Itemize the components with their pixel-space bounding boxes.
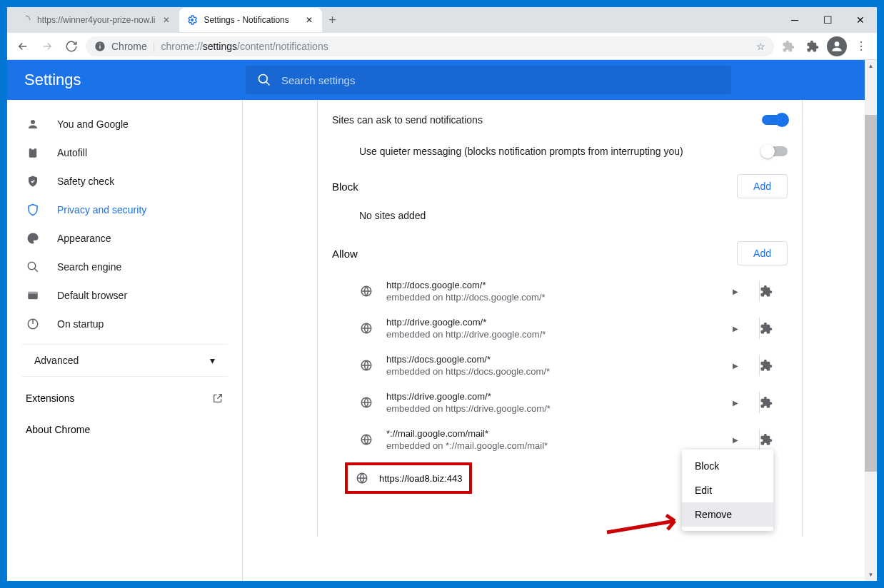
- site-text: http://drive.google.com/*embedded on htt…: [386, 317, 712, 340]
- extension-icon[interactable]: [759, 392, 788, 413]
- sidebar-item-you-and-google[interactable]: You and Google: [13, 110, 236, 138]
- tab-1[interactable]: Settings - Notifications ✕: [179, 8, 322, 32]
- site-text: https://drive.google.com/*embedded on ht…: [386, 391, 712, 414]
- close-icon[interactable]: ✕: [161, 14, 172, 26]
- svg-point-0: [191, 19, 194, 21]
- chevron-right-icon[interactable]: ▶: [725, 362, 746, 370]
- settings-panel: Sites can ask to send notifications Use …: [243, 100, 877, 581]
- add-block-button[interactable]: Add: [737, 174, 788, 198]
- sidebar-item-safety-check[interactable]: Safety check: [13, 167, 236, 196]
- bookmark-icon[interactable]: ☆: [756, 41, 765, 52]
- context-menu: Block Edit Remove: [682, 450, 773, 531]
- globe-icon: [359, 321, 373, 335]
- minimize-button[interactable]: ─: [778, 7, 811, 33]
- svg-rect-11: [28, 292, 38, 294]
- person-icon: [26, 118, 40, 131]
- tab-strip: https://winner4your-prize-now.li ✕ Setti…: [7, 7, 877, 33]
- sidebar-item-privacy[interactable]: Privacy and security: [13, 196, 236, 224]
- sidebar-label: Autofill: [57, 147, 87, 158]
- url-post: /content/notifications: [237, 41, 328, 52]
- omnibox[interactable]: Chrome | chrome://settings/content/notif…: [86, 36, 774, 56]
- extension-icon[interactable]: [759, 280, 788, 302]
- allow-section: Allow Add: [318, 234, 802, 273]
- site-embedded: embedded on https://drive.google.com/*: [386, 403, 712, 414]
- back-button[interactable]: [13, 36, 33, 56]
- loading-icon: [20, 14, 31, 26]
- extensions-icon[interactable]: [803, 36, 823, 56]
- sidebar-item-autofill[interactable]: Autofill: [13, 138, 236, 167]
- quiet-label: Use quieter messaging (blocks notificati…: [359, 146, 762, 157]
- quiet-messaging-row: Use quieter messaging (blocks notificati…: [318, 136, 802, 167]
- extensions-puzzle-icon[interactable]: [778, 36, 798, 56]
- forward-button[interactable]: [37, 36, 57, 56]
- svg-rect-2: [99, 45, 100, 49]
- search-input[interactable]: [281, 74, 720, 86]
- sidebar-item-search-engine[interactable]: Search engine: [13, 253, 236, 281]
- sites-ask-toggle[interactable]: [762, 115, 788, 125]
- block-empty: No sites added: [318, 206, 802, 234]
- sidebar-item-on-startup[interactable]: On startup: [13, 310, 236, 338]
- sidebar-label: Privacy and security: [57, 204, 146, 216]
- clipboard-icon: [26, 146, 40, 159]
- svg-point-6: [31, 120, 35, 124]
- new-tab-button[interactable]: +: [322, 10, 342, 30]
- page-title: Settings: [24, 71, 246, 89]
- profile-avatar[interactable]: [827, 36, 847, 56]
- sidebar: You and Google Autofill Safety check Pri…: [7, 100, 243, 581]
- site-row: https://drive.google.com/*embedded on ht…: [318, 384, 802, 421]
- settings-icon: [186, 14, 198, 26]
- extension-icon[interactable]: [759, 355, 788, 376]
- site-info-icon[interactable]: [94, 41, 106, 52]
- about-label: About Chrome: [26, 424, 90, 435]
- scrollbar-thumb[interactable]: [865, 115, 877, 472]
- browser-icon: [26, 289, 40, 302]
- scroll-down-icon[interactable]: ▼: [865, 569, 877, 581]
- menu-button[interactable]: ⋮: [851, 36, 871, 56]
- vertical-scrollbar[interactable]: ▲ ▼: [865, 60, 877, 581]
- close-icon[interactable]: ✕: [303, 14, 315, 26]
- tab-title: https://winner4your-prize-now.li: [37, 15, 155, 25]
- sidebar-label: Safety check: [57, 176, 114, 187]
- close-window-button[interactable]: ✕: [844, 7, 877, 33]
- shield-icon: [26, 203, 40, 216]
- sidebar-item-appearance[interactable]: Appearance: [13, 224, 236, 253]
- add-allow-button[interactable]: Add: [737, 241, 788, 265]
- globe-icon: [359, 395, 373, 410]
- sidebar-item-default-browser[interactable]: Default browser: [13, 281, 236, 310]
- site-embedded: embedded on *://mail.google.com/mail*: [386, 440, 712, 451]
- main: You and Google Autofill Safety check Pri…: [7, 100, 877, 581]
- ctx-remove[interactable]: Remove: [682, 502, 773, 527]
- sidebar-about[interactable]: About Chrome: [13, 414, 236, 445]
- reload-button[interactable]: [61, 36, 81, 56]
- notifications-card: Sites can ask to send notifications Use …: [317, 100, 803, 537]
- highlighted-site: https://load8.biz:443: [345, 462, 472, 494]
- palette-icon: [26, 232, 40, 245]
- extension-icon[interactable]: [759, 318, 788, 339]
- content-area: Settings You and Google Autofill Safety …: [7, 60, 877, 581]
- site-text: *://mail.google.com/mail*embedded on *:/…: [386, 428, 712, 451]
- chevron-right-icon[interactable]: ▶: [725, 325, 746, 333]
- tab-0[interactable]: https://winner4your-prize-now.li ✕: [13, 8, 179, 32]
- scroll-up-icon[interactable]: ▲: [865, 60, 877, 72]
- chevron-right-icon[interactable]: ▶: [725, 436, 746, 444]
- svg-point-4: [835, 41, 840, 46]
- svg-rect-3: [99, 44, 100, 44]
- site-url: https://docs.google.com/*: [386, 354, 712, 365]
- chevron-right-icon[interactable]: ▶: [725, 399, 746, 407]
- site-embedded: embedded on http://drive.google.com/*: [386, 329, 712, 340]
- chevron-right-icon[interactable]: ▶: [725, 288, 746, 295]
- maximize-button[interactable]: ☐: [811, 7, 844, 33]
- extension-icon[interactable]: [759, 429, 788, 450]
- site-text: https://docs.google.com/*embedded on htt…: [386, 354, 712, 377]
- sidebar-advanced[interactable]: Advanced▾: [21, 344, 228, 377]
- advanced-label: Advanced: [34, 355, 79, 366]
- ctx-block[interactable]: Block: [682, 454, 773, 478]
- quiet-toggle[interactable]: [762, 146, 788, 156]
- settings-search[interactable]: [246, 66, 731, 94]
- site-url: *://mail.google.com/mail*: [386, 428, 712, 439]
- site-url: https://drive.google.com/*: [386, 391, 712, 402]
- ctx-edit[interactable]: Edit: [682, 478, 773, 502]
- globe-icon: [359, 432, 373, 447]
- sidebar-label: You and Google: [57, 118, 129, 130]
- sidebar-extensions[interactable]: Extensions: [13, 382, 236, 414]
